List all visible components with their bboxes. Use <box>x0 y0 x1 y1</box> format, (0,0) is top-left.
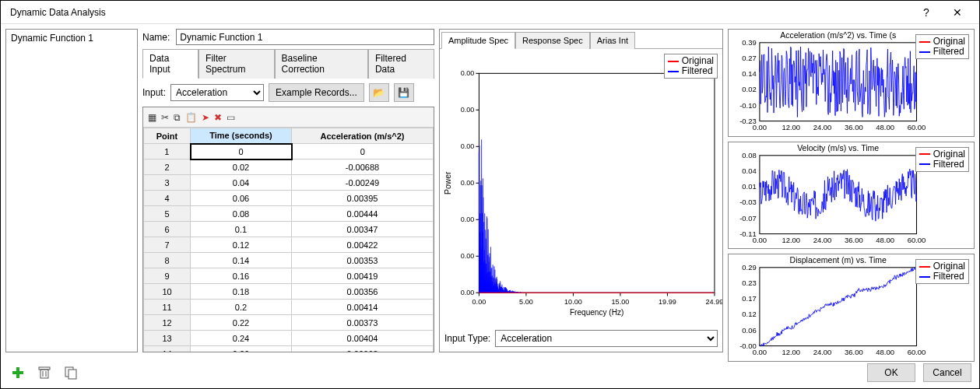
cut-icon[interactable]: ✂ <box>161 112 169 123</box>
save-icon: 💾 <box>398 87 409 98</box>
help-button[interactable]: ? <box>911 2 942 23</box>
svg-rect-75 <box>39 367 50 370</box>
svg-text:0.00: 0.00 <box>753 123 767 131</box>
table-row[interactable]: 130.240.00404 <box>144 331 434 346</box>
svg-text:0.17: 0.17 <box>742 294 756 303</box>
svg-text:0.02: 0.02 <box>742 85 756 93</box>
table-row[interactable]: 30.04-0.00249 <box>144 175 434 191</box>
svg-text:0.00: 0.00 <box>461 252 475 260</box>
svg-text:Velocity (m/s) vs. Time: Velocity (m/s) vs. Time <box>797 142 879 152</box>
tab-arias-int[interactable]: Arias Int <box>590 32 635 49</box>
svg-text:0.06: 0.06 <box>742 326 756 335</box>
input-type-select[interactable]: Acceleration <box>495 330 718 347</box>
svg-text:Displacement (m) vs. Time: Displacement (m) vs. Time <box>790 255 887 265</box>
legend: Original Filtered <box>915 147 969 172</box>
list-item[interactable]: Dynamic Function 1 <box>6 30 137 47</box>
svg-text:12.00: 12.00 <box>782 123 800 131</box>
svg-text:36.00: 36.00 <box>845 236 863 244</box>
table-row[interactable]: 60.10.00347 <box>144 222 434 237</box>
svg-text:12.00: 12.00 <box>782 348 800 356</box>
dialog-window: Dynamic Data Analysis ? ✕ Dynamic Functi… <box>0 0 980 389</box>
svg-text:60.00: 60.00 <box>908 348 926 356</box>
svg-text:15.00: 15.00 <box>612 298 630 306</box>
table-row[interactable]: 40.060.00395 <box>144 191 434 206</box>
table-row[interactable]: 80.140.00353 <box>144 253 434 268</box>
main-plot: 0.000.000.000.000.000.000.000.005.0010.0… <box>440 49 722 325</box>
table-row[interactable]: 100 <box>144 144 434 159</box>
tab-data-input[interactable]: Data Input <box>142 49 198 79</box>
table-scroll[interactable]: Point Time (seconds) Acceleration (m/s^2… <box>143 128 434 352</box>
mini-plot-acceleration: Acceleration (m/s^2) vs. Time (s-0.23-0.… <box>728 29 975 137</box>
legend: Original Filtered <box>664 54 718 79</box>
legend: Original Filtered <box>915 259 969 284</box>
svg-text:0.01: 0.01 <box>742 182 756 191</box>
svg-text:0.08: 0.08 <box>742 150 756 159</box>
input-select[interactable]: Acceleration <box>170 84 264 101</box>
svg-text:0.00: 0.00 <box>461 216 475 223</box>
table-row[interactable]: 90.160.00419 <box>144 268 434 284</box>
svg-rect-59 <box>760 268 917 346</box>
example-records-button[interactable]: Example Records... <box>269 83 364 102</box>
titlebar: Dynamic Data Analysis ? ✕ <box>1 1 979 24</box>
svg-text:24.00: 24.00 <box>813 348 832 356</box>
svg-text:0.14: 0.14 <box>742 69 756 78</box>
table-row[interactable]: 20.02-0.00688 <box>144 159 434 175</box>
table-row[interactable]: 50.080.00444 <box>144 206 434 222</box>
data-table-container: ▦ ✂ ⧉ 📋 ➤ ✖ ▭ Point Time (seconds) <box>142 107 434 352</box>
tab-baseline-correction[interactable]: Baseline Correction <box>275 49 368 79</box>
function-list[interactable]: Dynamic Function 1 <box>5 29 138 352</box>
open-file-button[interactable]: 📂 <box>369 83 389 102</box>
svg-text:0.00: 0.00 <box>753 348 767 356</box>
delete-button[interactable] <box>35 363 54 382</box>
svg-text:0.12: 0.12 <box>742 310 756 318</box>
col-time[interactable]: Time (seconds) <box>191 128 292 144</box>
table-row[interactable]: 110.20.00414 <box>144 300 434 315</box>
svg-text:Power: Power <box>444 171 452 194</box>
dialog-footer: OK Cancel <box>1 357 979 388</box>
col-point[interactable]: Point <box>144 128 191 144</box>
svg-text:19.99: 19.99 <box>659 298 676 306</box>
data-table[interactable]: Point Time (seconds) Acceleration (m/s^2… <box>143 128 434 352</box>
legend: Original Filtered <box>915 34 969 59</box>
input-type-label: Input Type: <box>444 333 490 344</box>
select-all-icon[interactable]: ▦ <box>148 112 156 123</box>
svg-rect-79 <box>68 370 76 379</box>
save-file-button[interactable]: 💾 <box>394 83 414 102</box>
grid-icon[interactable]: ▭ <box>227 112 235 123</box>
svg-text:0.00: 0.00 <box>753 236 767 244</box>
delete-row-icon[interactable]: ✖ <box>214 112 222 123</box>
table-row[interactable]: 120.220.00373 <box>144 315 434 331</box>
copy-button[interactable] <box>61 363 80 382</box>
svg-text:12.00: 12.00 <box>782 236 800 244</box>
mini-plot-displacement: Displacement (m) vs. Time-0.000.060.120.… <box>728 254 975 362</box>
tab-filter-spectrum[interactable]: Filter Spectrum <box>198 49 274 79</box>
svg-text:60.00: 60.00 <box>908 236 926 244</box>
name-input[interactable] <box>176 29 434 45</box>
col-accel[interactable]: Acceleration (m/s^2) <box>292 128 434 144</box>
paste-icon[interactable]: 📋 <box>185 112 197 123</box>
svg-text:0.04: 0.04 <box>742 166 756 175</box>
table-row[interactable]: 140.260.00063 <box>144 346 434 352</box>
svg-text:24.00: 24.00 <box>813 236 832 244</box>
svg-rect-73 <box>12 371 23 374</box>
table-row[interactable]: 100.180.00356 <box>144 284 434 300</box>
svg-text:0.29: 0.29 <box>742 263 756 272</box>
close-button[interactable]: ✕ <box>942 2 973 23</box>
svg-text:0.00: 0.00 <box>472 298 486 306</box>
svg-text:0.39: 0.39 <box>742 38 756 47</box>
add-button[interactable] <box>9 363 27 382</box>
tab-amplitude-spec[interactable]: Amplitude Spec <box>441 32 515 49</box>
svg-text:Frequency (Hz): Frequency (Hz) <box>570 308 623 317</box>
table-row[interactable]: 70.120.00422 <box>144 237 434 253</box>
mini-plot-velocity: Velocity (m/s) vs. Time-0.11-0.07-0.030.… <box>728 142 975 250</box>
svg-text:-0.03: -0.03 <box>739 198 757 206</box>
svg-text:48.00: 48.00 <box>876 123 894 131</box>
insert-row-icon[interactable]: ➤ <box>202 112 209 123</box>
svg-text:24.99: 24.99 <box>706 298 722 306</box>
svg-text:Acceleration (m/s^2) vs. Time : Acceleration (m/s^2) vs. Time (s <box>780 30 896 40</box>
copy-icon[interactable]: ⧉ <box>174 112 181 123</box>
tab-response-spec[interactable]: Response Spec <box>515 32 590 49</box>
tab-filtered-data[interactable]: Filtered Data <box>368 49 434 79</box>
ok-button[interactable]: OK <box>867 363 915 382</box>
cancel-button[interactable]: Cancel <box>923 363 971 382</box>
